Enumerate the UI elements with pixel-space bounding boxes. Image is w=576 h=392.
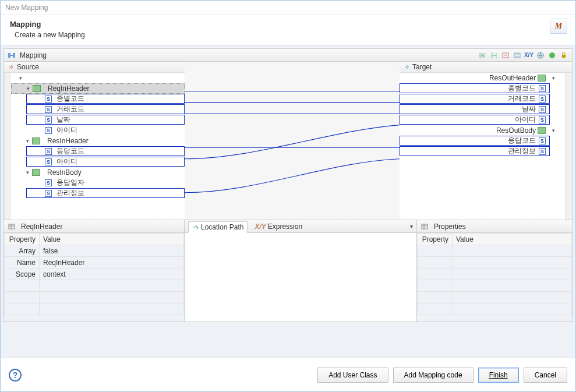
source-header: Source [4, 62, 185, 73]
left-property-grid[interactable]: Property Value Arrayfalse NameReqInHeade… [4, 233, 184, 322]
header-title: Mapping [10, 20, 566, 29]
col-value: Value [453, 234, 572, 245]
path-icon [192, 224, 199, 231]
toolbar-action2-icon[interactable] [489, 51, 499, 60]
string-field-icon: S [539, 148, 546, 155]
node-label: 종별코드 [508, 83, 536, 93]
string-field-icon: S [45, 106, 52, 113]
target-group-resoutheader[interactable]: ResOutHeader ▾ [400, 73, 565, 83]
node-label: ResInHeader [47, 137, 89, 145]
toolbar-globe-icon[interactable] [536, 51, 545, 60]
expand-toggle[interactable]: ▾ [550, 75, 557, 82]
left-panel-title: ReqInHeader [21, 223, 62, 231]
expand-toggle[interactable]: ▾ [24, 85, 31, 92]
string-field-icon: S [45, 158, 52, 165]
node-label: 거래코드 [508, 94, 536, 104]
prop-row[interactable]: NameReqInHeader [5, 257, 184, 269]
expand-toggle[interactable]: ▾ [550, 127, 557, 134]
source-title: Source [17, 63, 39, 71]
prop-row-empty [418, 292, 572, 303]
target-group-resoutbody[interactable]: ResOutBody ▾ [400, 125, 565, 136]
middle-tabs-panel: Location Path X/Y Expression ▾ [185, 220, 417, 322]
tab-dropdown-icon[interactable]: ▾ [410, 223, 413, 229]
node-label: 종별코드 [56, 94, 84, 104]
source-group-resinbody[interactable]: ▾ ResInBody [11, 167, 185, 178]
node-label: 거래코드 [56, 104, 84, 114]
property-panel-right: Properties Property Value [417, 220, 572, 322]
target-pane: Target ResOutHeader ▾ 종별코드 S [400, 62, 572, 220]
source-field[interactable]: S 종별코드 [11, 94, 185, 104]
source-field[interactable]: S 아이디 [11, 157, 185, 167]
cancel-button[interactable]: Cancel [524, 368, 567, 383]
mapping-panel-title: Mapping [20, 51, 47, 59]
prop-row-empty [418, 303, 572, 315]
window-title: New Mapping [5, 3, 48, 12]
source-pane: Source ▾ ▾ ReqInHeader [4, 62, 185, 220]
svg-rect-6 [562, 55, 566, 58]
prop-row-empty [418, 269, 572, 280]
prop-row[interactable]: Scopecontext [5, 269, 184, 280]
prop-row-empty [418, 257, 572, 269]
toolbar-xy-icon[interactable]: X/Y [524, 51, 533, 60]
expand-toggle[interactable]: ▾ [24, 137, 31, 144]
target-field[interactable]: 아이디 S [400, 115, 565, 125]
source-field[interactable]: S 날짜 [11, 115, 185, 125]
source-group-resinheader[interactable]: ▾ ResInHeader [11, 136, 185, 146]
dialog-header: Mapping Create a new Mapping M [1, 15, 575, 45]
target-field[interactable]: 종별코드 S [400, 83, 565, 94]
toolbar-lock-icon[interactable] [559, 51, 568, 60]
prop-row-empty [5, 280, 184, 292]
node-label: 관리정보 [508, 146, 536, 156]
svg-rect-7 [9, 224, 15, 229]
mapping-toolbar: X/Y [478, 51, 568, 60]
source-root[interactable]: ▾ [11, 73, 185, 83]
string-field-icon: S [45, 179, 52, 186]
right-property-grid[interactable]: Property Value [417, 233, 572, 322]
finish-button[interactable]: Finish [478, 368, 519, 383]
tab-location-path[interactable]: Location Path [188, 221, 248, 233]
expand-toggle[interactable]: ▾ [24, 169, 31, 176]
source-field[interactable]: S 응답코드 [11, 146, 185, 157]
toolbar-action3-icon[interactable] [501, 51, 510, 60]
node-label: ResInBody [47, 168, 82, 176]
source-field[interactable]: S 아이디 [11, 125, 185, 136]
add-mapping-code-button[interactable]: Add Mapping code [393, 368, 473, 383]
source-tree[interactable]: ▾ ▾ ReqInHeader S 종별코드 [11, 73, 185, 220]
target-field[interactable]: 거래코드 S [400, 94, 565, 104]
expand-toggle[interactable]: ▾ [17, 75, 24, 82]
target-field[interactable]: 관리정보 S [400, 146, 565, 157]
group-icon [33, 85, 41, 92]
toolbar-action4-icon[interactable] [513, 51, 522, 60]
string-field-icon: S [539, 116, 546, 123]
property-panel-left: ReqInHeader Property Value Arrayfalse Na… [4, 220, 185, 322]
source-scrollbar[interactable] [4, 73, 11, 220]
node-label: ReqInHeader [48, 84, 89, 93]
prop-row[interactable]: Arrayfalse [5, 245, 184, 257]
target-field[interactable]: 응답코드 S [400, 136, 565, 146]
props-icon [420, 223, 429, 231]
group-icon [32, 169, 40, 176]
node-label: ResOutBody [496, 126, 536, 135]
target-header: Target [400, 62, 572, 73]
string-field-icon: S [539, 96, 546, 103]
source-field[interactable]: S 응답일자 [11, 178, 185, 188]
source-group-reqinheader[interactable]: ▾ ReqInHeader [11, 83, 185, 94]
col-value: Value [40, 234, 184, 245]
source-field[interactable]: S 관리정보 [11, 188, 185, 199]
help-icon[interactable]: ? [9, 369, 22, 382]
mapping-panel-header: Mapping X/Y [3, 48, 573, 62]
add-user-class-button[interactable]: Add User Class [317, 368, 388, 383]
string-field-icon: S [45, 127, 52, 134]
source-field[interactable]: S 거래코드 [11, 104, 185, 115]
string-field-icon: S [45, 116, 52, 123]
col-property: Property [418, 234, 453, 245]
toolbar-ok-icon[interactable] [547, 51, 557, 60]
target-scrollbar[interactable] [565, 73, 572, 220]
tab-expression[interactable]: X/Y Expression [251, 221, 306, 232]
svg-point-5 [549, 52, 555, 58]
target-field[interactable]: 날짜 S [400, 104, 565, 115]
svg-rect-0 [8, 53, 10, 58]
toolbar-action1-icon[interactable] [478, 51, 487, 60]
target-tree[interactable]: ResOutHeader ▾ 종별코드 S 거래코드 S [400, 73, 565, 220]
source-arrow-icon [8, 63, 15, 70]
